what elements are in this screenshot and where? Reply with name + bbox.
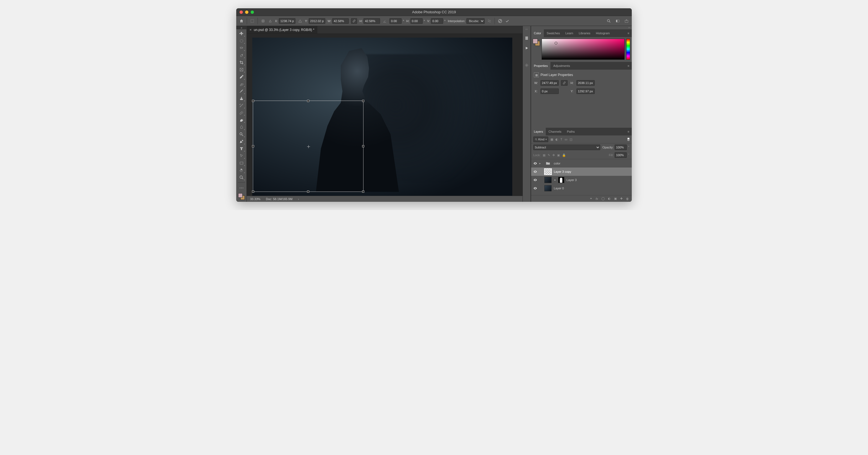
layer-row[interactable]: Layer 0 — [531, 184, 632, 192]
filter-adjust-icon[interactable]: ◐ — [555, 138, 558, 141]
layer-name[interactable]: Layer 3 — [566, 178, 577, 182]
color-swatch-pair[interactable] — [533, 39, 540, 46]
history-brush-tool[interactable] — [237, 102, 246, 109]
history-panel-icon[interactable] — [524, 35, 529, 41]
transform-handle-tr[interactable] — [362, 100, 364, 102]
layers-panel-menu-icon[interactable]: ≡ — [625, 128, 632, 135]
status-more-icon[interactable]: › — [298, 197, 299, 201]
filter-smart-icon[interactable]: ◫ — [569, 138, 572, 141]
tab-properties[interactable]: Properties — [531, 62, 551, 70]
delete-layer-icon[interactable]: 🗑 — [626, 197, 629, 200]
tab-paths[interactable]: Paths — [564, 128, 578, 135]
prop-y-input[interactable] — [577, 89, 595, 94]
share-button[interactable] — [624, 19, 629, 24]
gradient-tool[interactable] — [237, 117, 246, 123]
lock-pixels-icon[interactable]: ✎ — [548, 154, 550, 157]
warp-mode-button[interactable] — [487, 19, 492, 24]
lasso-tool[interactable] — [237, 45, 246, 52]
foreground-color-swatch[interactable] — [238, 193, 243, 198]
transform-handle-ml[interactable] — [252, 145, 254, 147]
close-window-button[interactable] — [240, 10, 243, 14]
prop-x-input[interactable] — [540, 89, 559, 94]
link-layers-icon[interactable]: ⚭ — [590, 197, 592, 200]
frame-tool[interactable] — [237, 66, 246, 73]
blend-mode-select[interactable]: Subtract — [533, 144, 600, 150]
transform-bounding-box[interactable] — [253, 101, 364, 192]
tab-layers[interactable]: Layers — [531, 128, 546, 135]
layer-row-selected[interactable]: Layer 3 copy — [531, 167, 632, 176]
search-button[interactable] — [606, 19, 611, 24]
filter-shape-icon[interactable]: ▭ — [564, 138, 567, 141]
skew-h-input[interactable] — [410, 18, 423, 24]
tab-libraries[interactable]: Libraries — [576, 29, 593, 37]
home-button[interactable] — [239, 19, 244, 24]
marquee-tool[interactable] — [237, 38, 246, 44]
new-layer-icon[interactable]: ✚ — [620, 197, 623, 200]
brush-tool[interactable] — [237, 88, 246, 95]
mask-link-icon[interactable]: ⚭ — [554, 178, 556, 182]
prop-link-wh[interactable] — [561, 80, 567, 86]
path-select-tool[interactable] — [237, 153, 246, 159]
transform-handle-bl[interactable] — [252, 191, 254, 193]
hue-slider[interactable] — [626, 39, 630, 60]
transform-handle-tl[interactable] — [252, 100, 254, 102]
quick-select-tool[interactable] — [237, 52, 246, 59]
navigator-panel-icon[interactable] — [524, 62, 529, 68]
group-disclosure-icon[interactable]: ▸ — [539, 162, 542, 165]
blur-tool[interactable] — [237, 124, 246, 130]
layer-thumb[interactable] — [545, 185, 552, 191]
tab-channels[interactable]: Channels — [546, 128, 564, 135]
visibility-toggle[interactable] — [533, 170, 537, 173]
zoom-window-button[interactable] — [251, 10, 254, 14]
cancel-transform-button[interactable] — [498, 19, 503, 24]
x-position-input[interactable] — [279, 18, 296, 24]
toolbar-expand-icon[interactable]: » — [236, 26, 247, 29]
transform-handle-bm[interactable] — [307, 191, 309, 193]
link-wh-button[interactable] — [351, 18, 357, 24]
eyedropper-tool[interactable] — [237, 73, 246, 80]
zoom-tool[interactable] — [237, 174, 246, 181]
opacity-input[interactable] — [615, 144, 627, 150]
color-panel-menu-icon[interactable]: ≡ — [625, 29, 632, 37]
visibility-toggle[interactable] — [533, 178, 537, 182]
commit-transform-button[interactable] — [505, 19, 510, 24]
layer-name[interactable]: Layer 3 copy — [554, 170, 571, 173]
prop-h-input[interactable] — [577, 80, 595, 86]
lock-transparency-icon[interactable]: ▦ — [543, 154, 546, 157]
new-group-icon[interactable]: ▣ — [614, 197, 617, 200]
fg-swatch[interactable] — [533, 39, 538, 44]
tab-color[interactable]: Color — [531, 29, 544, 37]
visibility-toggle[interactable] — [533, 186, 537, 190]
layer-name[interactable]: color — [554, 162, 560, 165]
filter-type-icon[interactable]: T — [560, 138, 562, 141]
canvas-wrap[interactable] — [247, 34, 523, 196]
prop-w-input[interactable] — [540, 80, 559, 86]
tab-histogram[interactable]: Histogram — [593, 29, 612, 37]
move-tool[interactable] — [237, 30, 246, 37]
type-tool[interactable] — [237, 145, 246, 152]
layer-mask-thumb[interactable] — [558, 177, 564, 183]
adjustment-layer-icon[interactable]: ◐ — [608, 197, 611, 200]
lock-all-icon[interactable]: 🔒 — [562, 154, 566, 157]
dock-collapse-icon[interactable]: ‹‹ — [526, 28, 528, 31]
healing-brush-tool[interactable] — [237, 81, 246, 87]
color-field[interactable] — [541, 39, 625, 60]
fill-input[interactable] — [615, 152, 627, 158]
doc-size-readout[interactable]: Doc: 58.1M/165.9M — [266, 197, 292, 201]
fill-chevron-icon[interactable]: ˅ — [628, 154, 629, 157]
filter-pixel-icon[interactable]: ▦ — [551, 138, 553, 141]
actions-panel-icon[interactable] — [524, 45, 529, 51]
lock-artboard-icon[interactable]: ▣ — [557, 154, 560, 157]
height-input[interactable] — [364, 18, 380, 24]
transform-handle-br[interactable] — [362, 191, 364, 193]
y-position-input[interactable] — [309, 18, 325, 24]
skew-v-input[interactable] — [431, 18, 443, 24]
pen-tool[interactable] — [237, 138, 246, 145]
tab-learn[interactable]: Learn — [563, 29, 576, 37]
visibility-toggle[interactable] — [533, 161, 537, 165]
rectangle-tool[interactable] — [237, 160, 246, 166]
layer-thumb[interactable] — [545, 169, 552, 175]
close-document-icon[interactable]: × — [249, 28, 252, 32]
layer-name[interactable]: Layer 0 — [554, 187, 564, 190]
interpolation-select[interactable]: Bicubic — [466, 18, 485, 24]
